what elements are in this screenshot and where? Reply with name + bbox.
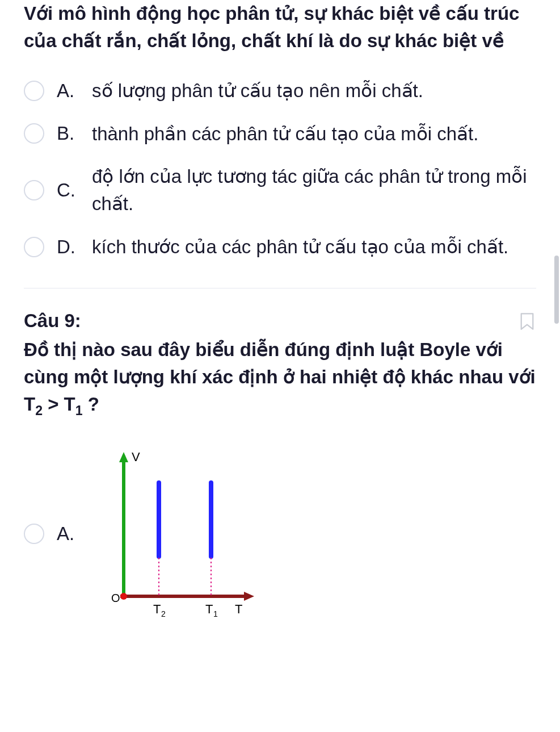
option-text: số lượng phân tử cấu tạo nên mỗi chất.	[92, 77, 423, 104]
bookmark-icon[interactable]	[519, 312, 536, 332]
radio-b[interactable]	[24, 123, 44, 144]
option-letter: C.	[57, 179, 79, 201]
option-letter: A.	[57, 80, 79, 102]
question-8-options: A. số lượng phân tử cấu tạo nên mỗi chất…	[24, 77, 536, 261]
question-8-stem: Với mô hình động học phân tử, sự khác bi…	[24, 0, 536, 55]
svg-marker-3	[244, 592, 254, 601]
option-c[interactable]: C. độ lớn của lực tương tác giữa các phâ…	[24, 163, 536, 217]
svg-marker-1	[119, 452, 128, 462]
option-letter: D.	[57, 236, 79, 258]
option-a-q9[interactable]: A. V O T 2 T	[24, 449, 536, 619]
option-d[interactable]: D. kích thước của các phân tử cấu tạo củ…	[24, 233, 536, 261]
question-9-stem: Đồ thị nào sau đây biểu diễn đúng định l…	[24, 336, 536, 420]
question-9-number: Câu 9:	[24, 310, 81, 332]
option-letter: A.	[57, 523, 79, 545]
option-text: kích thước của các phân tử cấu tạo của m…	[92, 233, 508, 261]
option-a[interactable]: A. số lượng phân tử cấu tạo nên mỗi chất…	[24, 77, 536, 104]
axis-label-t: T	[235, 602, 242, 616]
option-text: thành phần các phân tử cấu tạo của mỗi c…	[92, 120, 478, 148]
graph-a: V O T 2 T 1 T	[103, 449, 262, 619]
tick-t1: T	[205, 602, 213, 616]
svg-point-4	[120, 593, 127, 600]
axis-label-v: V	[132, 450, 140, 464]
option-letter: B.	[57, 123, 79, 144]
svg-text:1: 1	[213, 609, 218, 618]
radio-a-q9[interactable]	[24, 524, 44, 544]
option-b[interactable]: B. thành phần các phân tử cấu tạo của mỗ…	[24, 120, 536, 148]
radio-d[interactable]	[24, 237, 44, 257]
tick-t2: T	[153, 602, 161, 616]
option-text: độ lớn của lực tương tác giữa các phân t…	[92, 163, 536, 217]
svg-text:2: 2	[161, 609, 166, 618]
radio-a[interactable]	[24, 81, 44, 101]
scrollbar-thumb[interactable]	[554, 256, 559, 324]
question-divider	[24, 288, 536, 288]
radio-c[interactable]	[24, 180, 44, 200]
origin-label: O	[111, 592, 120, 604]
